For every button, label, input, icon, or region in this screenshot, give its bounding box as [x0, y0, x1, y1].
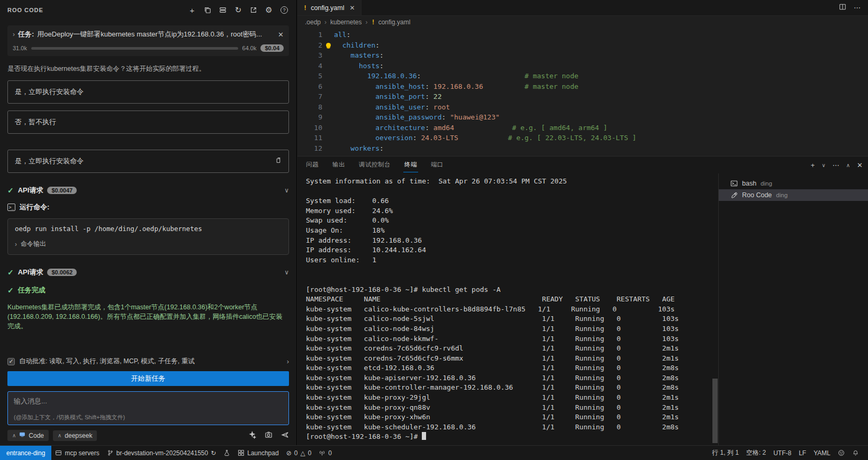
- help-icon[interactable]: ?: [279, 5, 289, 15]
- auto-approve-row[interactable]: ✓ 自动批准: 读取, 写入, 执行, 浏览器, MCP, 模式, 子任务, 重…: [7, 357, 289, 366]
- line-number: 9: [297, 112, 322, 123]
- gutter-space: [322, 133, 334, 143]
- mcp-servers-status[interactable]: mcp servers: [51, 446, 103, 460]
- breadcrumb: .oedp › kubernetes › ! config.yaml: [297, 16, 868, 28]
- notifications-bell-icon[interactable]: [848, 449, 863, 456]
- code-line[interactable]: 12 workers:: [297, 143, 868, 154]
- task-close-icon[interactable]: ✕: [278, 31, 284, 39]
- code-line[interactable]: 7 ansible_port: 22: [297, 91, 868, 102]
- breadcrumb-item[interactable]: .oedp: [305, 19, 321, 26]
- copy-icon[interactable]: [203, 5, 212, 15]
- panel-tab-调试控制台[interactable]: 调试控制台: [358, 158, 392, 172]
- command-output-toggle[interactable]: › 命令输出: [15, 240, 282, 249]
- chevron-up-icon: ∧: [58, 433, 61, 438]
- suggestion-button[interactable]: 是，立即执行安装命令: [7, 150, 289, 173]
- git-branch-status[interactable]: br-devstation-vm-202504241550 ↻: [103, 446, 220, 460]
- api-request-row-1[interactable]: ✓ API请求 $0.0047 ∨: [7, 186, 289, 195]
- panel-tab-问题[interactable]: 问题: [305, 158, 320, 172]
- code-line[interactable]: 4 hosts:: [297, 61, 868, 71]
- gutter-space: [322, 91, 334, 102]
- terminal-scrollbar[interactable]: [712, 379, 718, 443]
- code-line[interactable]: 8 ansible_user: root: [297, 102, 868, 113]
- code-line[interactable]: 1all:: [297, 30, 868, 40]
- new-task-button[interactable]: 开始新任务: [7, 371, 289, 386]
- more-actions-icon[interactable]: ⋯: [854, 4, 861, 12]
- new-terminal-icon[interactable]: +: [811, 161, 815, 169]
- api-request-row-2[interactable]: ✓ API请求 $0.0062 ∨: [7, 268, 289, 277]
- chevron-down-icon[interactable]: ∨: [284, 187, 289, 194]
- chevron-right-icon: ›: [15, 241, 17, 248]
- code-line[interactable]: 6 ansible_host: 192.168.0.36 # master no…: [297, 81, 868, 92]
- code-line[interactable]: 9 ansible_password: "huawei@123": [297, 112, 868, 123]
- code-line[interactable]: 13 hosts:: [297, 153, 868, 155]
- line-number: 10: [297, 123, 322, 133]
- code-line[interactable]: 10 architecture: amd64 # e.g. [ amd64, a…: [297, 123, 868, 133]
- terminal-list-item-bash[interactable]: bashding: [719, 178, 868, 189]
- language-mode[interactable]: YAML: [810, 449, 834, 457]
- breadcrumb-item[interactable]: ! config.yaml: [371, 19, 410, 26]
- split-editor-icon[interactable]: [839, 3, 846, 12]
- enhance-prompt-icon[interactable]: [248, 431, 256, 440]
- ports-status[interactable]: 0: [315, 446, 336, 460]
- chevron-down-icon[interactable]: ∨: [284, 269, 289, 276]
- code-editor[interactable]: 1all:2 children:3 masters:4 hosts:5 192.…: [297, 28, 868, 155]
- chevron-right-icon[interactable]: ›: [287, 357, 289, 365]
- breadcrumb-item[interactable]: kubernetes: [330, 19, 361, 26]
- approve-install-button[interactable]: 是，立即执行安装命令: [7, 80, 289, 104]
- errors-status[interactable]: ⊘ 0 △ 0: [283, 446, 315, 460]
- indentation[interactable]: 空格: 2: [743, 448, 770, 457]
- tab-config-yaml[interactable]: ! config.yaml ✕: [297, 0, 361, 15]
- line-number: 13: [297, 153, 322, 155]
- code-line[interactable]: 2 children:: [297, 40, 868, 51]
- tab-close-icon[interactable]: ✕: [349, 4, 355, 12]
- mode-selector[interactable]: ∧ Code: [7, 430, 49, 441]
- remote-indicator[interactable]: entrance-ding: [0, 446, 51, 460]
- task-expand-icon[interactable]: ›: [13, 31, 15, 38]
- feedback-icon[interactable]: [834, 449, 848, 456]
- message-input[interactable]: 输入消息... (@添加上下文，/切换模式, Shift+拖拽文件): [7, 391, 289, 425]
- mcp-server-icon[interactable]: [218, 5, 228, 15]
- panel-tab-输出[interactable]: 输出: [331, 158, 346, 172]
- api-cost-badge: $0.0062: [47, 269, 77, 276]
- open-in-editor-icon[interactable]: [249, 5, 258, 15]
- panel-tab-端口[interactable]: 端口: [430, 158, 445, 172]
- auto-approve-checkbox[interactable]: ✓: [7, 358, 15, 365]
- maximize-panel-icon[interactable]: ∧: [846, 162, 850, 168]
- terminal-list-item-roo-code[interactable]: Roo Codeding: [719, 189, 868, 201]
- close-panel-icon[interactable]: ✕: [857, 161, 863, 169]
- code-line[interactable]: 5 192.168.0.36: # master node: [297, 71, 868, 81]
- gutter-space: [322, 143, 334, 154]
- gutter-space: [322, 102, 334, 113]
- new-task-icon[interactable]: +: [187, 5, 197, 15]
- copy-suggestion-icon[interactable]: [275, 157, 282, 165]
- command-text: oedp run install -p /home/ding/.oedp/kub…: [15, 225, 282, 233]
- eol[interactable]: LF: [795, 449, 810, 457]
- history-icon[interactable]: ↻: [233, 5, 243, 15]
- gutter-space: [322, 71, 334, 81]
- panel-tab-终端[interactable]: 终端: [403, 158, 418, 172]
- model-selector[interactable]: ∧ deepseek: [53, 430, 97, 441]
- cursor-position[interactable]: 行 1, 列 1: [708, 448, 743, 457]
- screenshot-icon[interactable]: [265, 431, 273, 440]
- tokens-used: 31.0k: [13, 45, 27, 51]
- code-text: hosts:: [334, 153, 384, 155]
- context-progress: 31.0k 64.0k $0.04: [13, 44, 284, 52]
- send-icon[interactable]: [281, 431, 289, 440]
- beaker-status[interactable]: [220, 446, 234, 460]
- terminal-dropdown-icon[interactable]: ∨: [821, 162, 825, 168]
- launchpad-status[interactable]: Launchpad: [234, 446, 282, 460]
- warning-icon: △: [300, 449, 305, 457]
- encoding[interactable]: UTF-8: [770, 449, 795, 457]
- decline-install-button[interactable]: 否，暂不执行: [7, 111, 289, 134]
- terminal-viewport[interactable]: System information as of time: Sat Apr 2…: [297, 173, 718, 445]
- code-text: architecture: amd64 # e.g. [ amd64, arm6…: [334, 123, 608, 133]
- terminal-icon: >_: [7, 204, 15, 211]
- code-line[interactable]: 11 oeversion: 24.03-LTS # e.g. [ 22.03-L…: [297, 133, 868, 143]
- settings-icon[interactable]: ⚙: [264, 5, 274, 15]
- gutter-space: [322, 81, 334, 92]
- code-line[interactable]: 3 masters:: [297, 50, 868, 61]
- terminal-owner: ding: [776, 192, 788, 198]
- panel-more-icon[interactable]: ⋯: [833, 161, 839, 169]
- command-box: oedp run install -p /home/ding/.oedp/kub…: [7, 218, 289, 255]
- run-command-row: >_ 运行命令:: [7, 203, 289, 212]
